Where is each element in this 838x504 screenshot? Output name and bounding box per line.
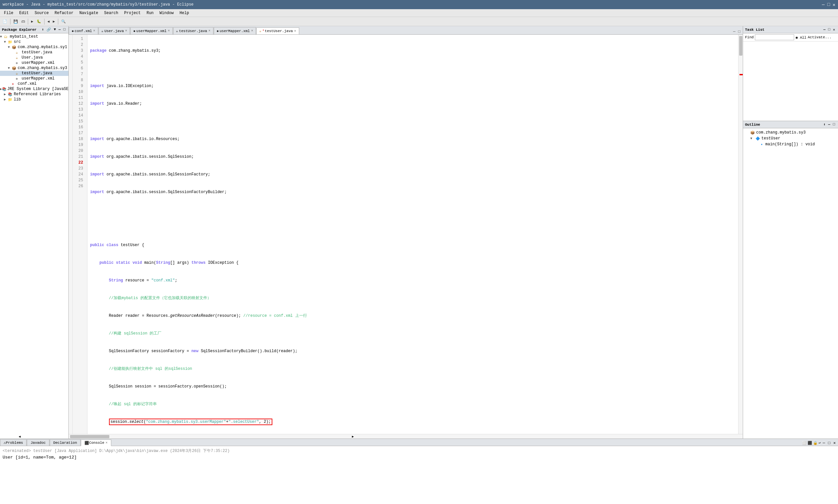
tree-item-usermapper-sy3[interactable]: ✱ userMapper.xml <box>0 76 68 81</box>
console-maximize[interactable]: □ <box>827 440 832 446</box>
tab-console-close[interactable]: × <box>106 441 108 445</box>
menu-window[interactable]: Window <box>157 10 176 16</box>
minimize-panel-button[interactable]: — <box>58 27 62 32</box>
outline-header: Outline ⬇ — □ <box>743 121 838 128</box>
toolbar-forward[interactable]: ▶ <box>51 19 56 24</box>
tab-usermapper-xml-2-close[interactable]: × <box>251 29 253 33</box>
tree-item-testuser-sy3[interactable]: ☕ testUser.java <box>0 71 68 76</box>
menu-bar: File Edit Source Refactor Navigate Searc… <box>0 9 838 17</box>
toolbar-debug[interactable]: 🐛 <box>35 19 42 24</box>
package-tree: ▼ 🗂 mybatis_test ▼ 📁 src ▼ 📦 com.zhang.m… <box>0 33 68 438</box>
task-find-input[interactable] <box>755 34 794 40</box>
tree-item-lib[interactable]: ▶ 📁 lib <box>0 97 68 102</box>
task-list-maximize[interactable]: □ <box>827 27 832 32</box>
console-scroll-lock-button[interactable]: 🔒 <box>813 441 818 445</box>
code-content[interactable]: package com.zhang.mybatis.sy3; import ja… <box>87 35 738 434</box>
editor-vscrollbar[interactable] <box>738 35 743 434</box>
menu-run[interactable]: Run <box>144 10 157 16</box>
tree-arrow: ▶ <box>4 97 8 102</box>
code-line-12: public class testUser { <box>90 242 735 248</box>
tab-testuser-java-active-close[interactable]: × <box>294 30 296 33</box>
menu-help[interactable]: Help <box>177 10 192 16</box>
toolbar-new[interactable]: 📄 <box>1 19 8 24</box>
tab-usermapper-xml[interactable]: ✱ userMapper.xml × <box>130 27 173 34</box>
toolbar-back[interactable]: ◀ <box>46 19 51 24</box>
tab-testuser-java-close[interactable]: × <box>209 29 211 33</box>
xml-file-icon: ✕ <box>12 82 17 86</box>
toolbar-run[interactable]: ▶ <box>30 19 35 24</box>
line-num-13: 13 <box>73 107 85 112</box>
package-explorer-panel: Package Explorer ⬇ 🔗 ▼ — □ ▼ 🗂 mybatis_t… <box>0 26 69 438</box>
console-clear-button[interactable]: ⬜ <box>802 441 806 445</box>
outline-item-package[interactable]: 📦 com.zhang.mybatis.sy3 <box>745 130 836 136</box>
vscroll-thumb[interactable] <box>739 36 743 56</box>
menu-search[interactable]: Search <box>102 10 121 16</box>
tree-item-reflibs[interactable]: ▶ 📚 Referenced Libraries <box>0 92 68 97</box>
minimize-button[interactable]: — <box>822 2 824 7</box>
line-num-21: 21 <box>73 154 85 160</box>
tab-conf-xml-icon: ✱ <box>72 29 74 33</box>
tree-item-sy3[interactable]: ▼ 📦 com.zhang.mybatis.sy3 <box>0 66 68 71</box>
tree-item-jre[interactable]: ▶ 📚 JRE System Library [JavaSE-1.8] <box>0 86 68 92</box>
hscroll-thumb[interactable] <box>70 435 109 438</box>
outline-collapse[interactable]: ⬇ <box>822 122 826 127</box>
tab-testuser-java-active[interactable]: ☕ * testUser.java × <box>256 28 299 34</box>
toolbar-search[interactable]: 🔍 <box>60 19 67 24</box>
link-button[interactable]: 🔗 <box>46 27 52 32</box>
tab-problems[interactable]: ⚠ Problems <box>0 439 26 446</box>
collapse-all-button[interactable]: ⬇ <box>41 27 45 32</box>
task-list-minimize[interactable]: — <box>822 27 826 32</box>
outline-minimize[interactable]: — <box>827 122 832 127</box>
tab-testuser-java[interactable]: ☕ testUser.java × <box>173 27 213 34</box>
view-menu-button[interactable]: ▼ <box>53 27 57 32</box>
menu-project[interactable]: Project <box>122 10 143 16</box>
tab-user-java[interactable]: ☕ User.java × <box>99 27 130 34</box>
tab-conf-xml-close[interactable]: × <box>93 29 95 33</box>
breakpoint-gutter <box>69 35 73 434</box>
maximize-editor-button[interactable]: □ <box>737 29 742 34</box>
tab-usermapper-xml-close[interactable]: × <box>168 29 170 33</box>
filter-activate[interactable]: Activate... <box>807 35 832 39</box>
toolbar-save-all[interactable]: 🗃 <box>20 19 26 24</box>
menu-source[interactable]: Source <box>32 10 51 16</box>
tree-item-conf-xml[interactable]: ✕ conf.xml <box>0 81 68 86</box>
menu-edit[interactable]: Edit <box>17 10 32 16</box>
tree-item-user-sy1[interactable]: ☕ User.java <box>0 55 68 60</box>
tree-item-usermapper-sy1[interactable]: ✱ userMapper.xml <box>0 60 68 66</box>
console-word-wrap-button[interactable]: ↩ <box>819 441 821 445</box>
code-line-3: import java.io.IOException; <box>90 83 735 89</box>
scroll-right-button[interactable]: ▶ <box>352 435 354 438</box>
maximize-button[interactable]: □ <box>827 2 830 7</box>
filter-all[interactable]: ◉ All <box>796 35 806 40</box>
tree-label: testUser.java <box>22 71 52 76</box>
minimize-editor-button[interactable]: — <box>732 29 736 34</box>
maximize-panel-button[interactable]: □ <box>62 27 67 32</box>
console-close[interactable]: ✕ <box>833 440 837 446</box>
close-button[interactable]: ✕ <box>833 2 835 7</box>
menu-file[interactable]: File <box>1 10 16 16</box>
error-marker-22 <box>739 74 743 75</box>
tree-item-src[interactable]: ▼ 📁 src <box>0 39 68 44</box>
tab-conf-xml[interactable]: ✱ conf.xml × <box>69 27 98 34</box>
tab-console[interactable]: ⬛ Console × <box>81 439 111 446</box>
tab-user-java-icon: ☕ <box>102 29 104 33</box>
console-terminate-button[interactable]: ⬛ <box>807 441 812 445</box>
task-list-close[interactable]: ✕ <box>832 27 836 32</box>
toolbar-save[interactable]: 💾 <box>12 19 19 24</box>
menu-refactor[interactable]: Refactor <box>52 10 76 16</box>
outline-maximize[interactable]: □ <box>832 122 836 127</box>
tree-item-mybatis-test[interactable]: ▼ 🗂 mybatis_test <box>0 34 68 39</box>
outline-item-method[interactable]: 🔹 main(String[]) : void <box>745 141 836 147</box>
tab-user-java-close[interactable]: × <box>125 29 127 33</box>
tree-item-testuser-sy1[interactable]: ☕ testUser.java <box>0 50 68 55</box>
outline-item-class[interactable]: ▼ 🔷 testUser <box>745 136 836 141</box>
tab-declaration[interactable]: Declaration <box>50 439 81 446</box>
tab-usermapper-xml-2[interactable]: ✱ userMapper.xml × <box>214 27 256 34</box>
reflibs-icon: 📚 <box>8 92 13 96</box>
console-minimize[interactable]: — <box>822 440 826 446</box>
tab-javadoc[interactable]: Javadoc <box>27 439 49 446</box>
scroll-left-button[interactable]: ◀ <box>19 435 21 438</box>
tree-item-sy1[interactable]: ▼ 📦 com.zhang.mybatis.sy1 <box>0 44 68 50</box>
menu-navigate[interactable]: Navigate <box>76 10 101 16</box>
editor-hscrollbar[interactable]: ◀ ▶ <box>69 434 743 438</box>
